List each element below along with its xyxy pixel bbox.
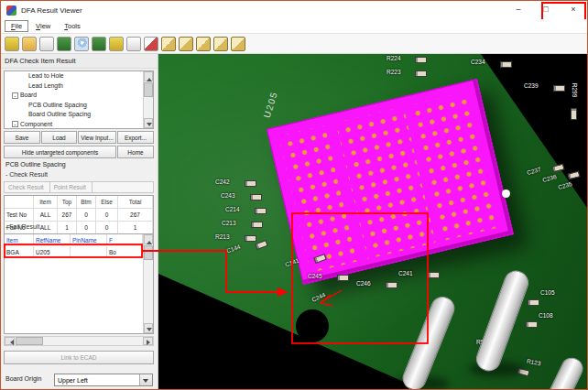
component-label: C236 bbox=[541, 173, 557, 183]
scroll-left-icon[interactable] bbox=[5, 337, 15, 345]
component-body bbox=[553, 85, 565, 92]
component-body bbox=[526, 321, 538, 328]
component-label: C243 bbox=[221, 192, 235, 199]
check-item-tree[interactable]: Lead to HoleLead Length-BoardPCB Outline… bbox=[4, 70, 154, 129]
component-label: C242 bbox=[215, 179, 230, 185]
component-label: C237 bbox=[526, 166, 541, 176]
scroll-down-icon[interactable] bbox=[144, 323, 153, 333]
component-body bbox=[567, 170, 580, 179]
open-icon[interactable] bbox=[22, 37, 37, 51]
home-button[interactable]: Home bbox=[117, 146, 154, 158]
left-panel: DFA Check Item Result Lead to HoleLead L… bbox=[1, 54, 158, 389]
component-3d-icon-4[interactable] bbox=[213, 37, 228, 51]
component-label: R223 bbox=[387, 69, 401, 75]
view-input-button[interactable]: View Input... bbox=[78, 131, 116, 144]
component-3d-icon-1[interactable] bbox=[161, 37, 176, 51]
scroll-thumb[interactable] bbox=[144, 245, 153, 260]
load-button[interactable]: Load bbox=[41, 131, 77, 144]
collapse-icon[interactable]: - bbox=[12, 92, 18, 99]
component-body bbox=[386, 282, 397, 288]
toolbar bbox=[1, 34, 587, 54]
component-body bbox=[313, 254, 327, 264]
fail-result-table: ItemRefNamePinNameFBGAU205Bo bbox=[5, 234, 143, 258]
component-label: C246 bbox=[356, 280, 371, 287]
fail-result-list[interactable]: ItemRefNamePinNameFBGAU205Bo bbox=[4, 233, 154, 334]
scroll-up-icon[interactable] bbox=[144, 71, 153, 81]
edit-icon[interactable] bbox=[144, 37, 158, 51]
close-button[interactable]: × bbox=[560, 1, 587, 19]
component-label: C239 bbox=[524, 82, 539, 89]
save-button[interactable]: Save bbox=[4, 131, 40, 144]
component-label: C214 bbox=[225, 206, 240, 212]
tree-item[interactable]: Lead to Hole bbox=[5, 71, 143, 81]
component-label: R123 bbox=[527, 358, 542, 367]
tree-item[interactable]: Board Outline Spacing bbox=[5, 110, 143, 120]
collapse-icon[interactable]: - bbox=[12, 121, 18, 127]
table-row[interactable]: Test NoALL26700267 bbox=[5, 209, 153, 222]
hide-untargeted-button[interactable]: Hide untargeted components bbox=[4, 146, 116, 158]
tab-point-result[interactable]: Point Result bbox=[50, 182, 93, 192]
component-3d-icon-5[interactable] bbox=[231, 37, 245, 51]
result-tabs: Check Result Point Result bbox=[4, 181, 154, 193]
component-body bbox=[528, 299, 539, 306]
table-row[interactable]: BGAU205Bo bbox=[5, 246, 143, 258]
menu-item-view[interactable]: View bbox=[29, 20, 57, 32]
board-3d-view[interactable]: U205 R224R223C234C239R299C237C236C235C24… bbox=[158, 54, 587, 389]
check-result-group-label: - Check Result bbox=[5, 171, 48, 178]
component-label: R224 bbox=[387, 55, 401, 61]
components-layer: R224R223C234C239R299C237C236C235C242C243… bbox=[158, 54, 587, 389]
report-icon[interactable] bbox=[126, 37, 141, 51]
window-title: DFA Result Viewer bbox=[21, 6, 82, 15]
maximize-button[interactable]: □ bbox=[532, 1, 560, 19]
component-label: C213 bbox=[222, 220, 236, 226]
new-board-icon[interactable] bbox=[5, 37, 19, 51]
menu-item-file[interactable]: File bbox=[5, 20, 28, 32]
scroll-up-icon[interactable] bbox=[144, 234, 153, 244]
titlebar: DFA Result Viewer – □ × bbox=[1, 1, 587, 20]
component-label: C141 bbox=[284, 257, 299, 268]
component-body bbox=[337, 275, 349, 281]
column-header bbox=[5, 196, 34, 208]
component-label: C235 bbox=[557, 180, 572, 190]
column-header[interactable]: F bbox=[107, 234, 143, 245]
tree-item[interactable]: -Board bbox=[5, 91, 143, 101]
component-body bbox=[255, 240, 268, 250]
chevron-down-icon[interactable] bbox=[139, 374, 152, 385]
check-board-icon[interactable] bbox=[92, 37, 106, 51]
minimize-button[interactable]: – bbox=[505, 1, 532, 19]
tree-item[interactable]: -Component bbox=[5, 120, 143, 130]
column-header[interactable]: PinName bbox=[71, 234, 107, 245]
tab-check-result[interactable]: Check Result bbox=[5, 182, 50, 192]
fail-list-hscrollbar[interactable] bbox=[4, 336, 154, 346]
scroll-thumb[interactable] bbox=[16, 337, 43, 345]
panel-title: DFA Check Item Result bbox=[1, 54, 158, 69]
window-controls: – □ × bbox=[505, 1, 587, 19]
fail-list-scrollbar[interactable] bbox=[143, 234, 153, 333]
board-view-icon[interactable] bbox=[57, 37, 71, 51]
scroll-down-icon[interactable] bbox=[144, 118, 153, 128]
column-header: Top bbox=[58, 196, 77, 208]
export-button[interactable]: Export... bbox=[117, 131, 154, 144]
save-icon[interactable] bbox=[39, 37, 54, 51]
component-label: C244 bbox=[310, 291, 326, 303]
tree-scrollbar[interactable] bbox=[143, 71, 153, 128]
app-window: DFA Result Viewer – □ × FileViewTools DF… bbox=[0, 0, 588, 390]
zoom-board-icon[interactable] bbox=[74, 37, 89, 51]
column-header[interactable]: RefName bbox=[34, 234, 71, 245]
component-3d-icon-3[interactable] bbox=[196, 37, 211, 51]
tree-item[interactable]: PCB Outline Spacing bbox=[5, 101, 143, 111]
column-header: Btm bbox=[77, 196, 96, 208]
link-to-ecad-button[interactable]: Link to ECAD bbox=[4, 351, 154, 364]
component-3d-icon-2[interactable] bbox=[179, 37, 193, 51]
column-header[interactable]: Item bbox=[5, 234, 34, 245]
tree-item[interactable]: Lead Length bbox=[5, 81, 143, 92]
board-origin-select[interactable]: Upper Left bbox=[54, 374, 153, 386]
menu-item-tools[interactable]: Tools bbox=[58, 20, 87, 32]
scroll-thumb[interactable] bbox=[144, 82, 153, 97]
measure-icon[interactable] bbox=[109, 37, 124, 51]
scroll-right-icon[interactable] bbox=[143, 337, 153, 345]
component-body bbox=[428, 272, 440, 278]
component-body bbox=[250, 194, 262, 200]
component-label: C144 bbox=[225, 244, 241, 255]
board-origin-label: Board Origin bbox=[5, 375, 41, 382]
